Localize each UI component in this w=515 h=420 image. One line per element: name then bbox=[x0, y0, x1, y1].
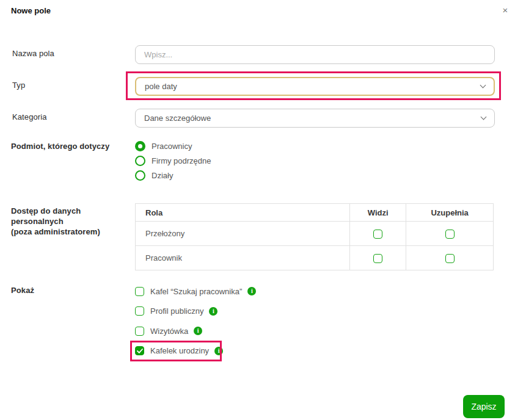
checkbox-label: Profil publiczny bbox=[150, 306, 203, 316]
role-cell: Przełożony bbox=[136, 222, 350, 246]
column-header-widzi: Widzi bbox=[350, 204, 406, 222]
info-icon[interactable]: i bbox=[214, 347, 223, 355]
radio-label: Firmy podrzędne bbox=[152, 156, 211, 165]
radio-unselected-icon[interactable] bbox=[135, 170, 145, 181]
close-icon[interactable]: × bbox=[499, 4, 512, 17]
column-header-role: Rola bbox=[136, 204, 350, 222]
field-label-type: Typ bbox=[12, 81, 25, 90]
radio-unselected-icon[interactable] bbox=[135, 156, 145, 166]
subject-label: Podmiot, którego dotyczy bbox=[11, 142, 109, 151]
radio-label: Działy bbox=[152, 171, 173, 180]
table-row: Pracownik bbox=[136, 246, 494, 270]
checkbox-label: Wizytówka bbox=[150, 327, 188, 336]
checkbox-pracownik-widzi[interactable] bbox=[373, 254, 382, 263]
radio-option-firmy-podrzedne[interactable]: Firmy podrzędne bbox=[135, 156, 211, 166]
radio-option-pracownicy[interactable]: Pracownicy bbox=[135, 141, 211, 151]
access-label-line2: (poza administratorem) bbox=[11, 226, 130, 237]
checkbox-pracownik-uzupelnia[interactable] bbox=[445, 254, 455, 263]
show-option-kafelek-urodziny[interactable]: Kafelek urodziny i bbox=[135, 346, 256, 356]
field-name-input[interactable] bbox=[135, 45, 495, 64]
dialog-title: Nowe pole bbox=[11, 6, 51, 15]
checkbox-unchecked-icon[interactable] bbox=[135, 327, 144, 336]
show-label: Pokaż bbox=[11, 286, 34, 295]
checkbox-unchecked-icon[interactable] bbox=[135, 306, 144, 316]
field-label-category: Kategoria bbox=[12, 112, 47, 121]
access-label-line1: Dostęp do danych personalnych bbox=[11, 206, 130, 226]
type-select-value: pole daty bbox=[145, 82, 481, 91]
radio-selected-icon[interactable] bbox=[135, 141, 145, 151]
chevron-down-icon bbox=[480, 82, 486, 89]
radio-option-dzialy[interactable]: Działy bbox=[135, 170, 211, 181]
info-icon[interactable]: i bbox=[247, 287, 256, 295]
check-icon bbox=[137, 349, 143, 353]
table-row: Przełożony bbox=[136, 222, 494, 246]
save-button[interactable]: Zapisz bbox=[463, 395, 505, 418]
field-label-name: Nazwa pola bbox=[12, 49, 54, 58]
info-icon[interactable]: i bbox=[194, 327, 202, 335]
radio-label: Pracownicy bbox=[152, 142, 192, 151]
subject-radio-group: Pracownicy Firmy podrzędne Działy bbox=[135, 141, 211, 185]
column-header-uzupelnia: Uzupełnia bbox=[406, 204, 494, 222]
access-label: Dostęp do danych personalnych (poza admi… bbox=[11, 206, 130, 237]
checkbox-unchecked-icon[interactable] bbox=[135, 287, 144, 296]
type-select[interactable]: pole daty bbox=[135, 77, 495, 96]
show-option-profil-publiczny[interactable]: Profil publiczny i bbox=[135, 306, 256, 316]
show-option-wizytowka[interactable]: Wizytówka i bbox=[135, 326, 256, 336]
checkbox-label: Kafel “Szukaj pracownika” bbox=[150, 287, 242, 296]
table-header-row: Rola Widzi Uzupełnia bbox=[136, 204, 494, 222]
chevron-down-icon bbox=[481, 114, 487, 120]
role-cell: Pracownik bbox=[136, 246, 350, 270]
category-select[interactable]: Dane szczegółowe bbox=[135, 109, 495, 128]
checkbox-label: Kafelek urodziny bbox=[150, 346, 209, 355]
access-table: Rola Widzi Uzupełnia Przełożony Pracowni… bbox=[135, 203, 494, 270]
show-checkbox-group: Kafel “Szukaj pracownika” i Profil publi… bbox=[135, 286, 256, 366]
show-option-kafel-szukaj[interactable]: Kafel “Szukaj pracownika” i bbox=[135, 286, 256, 296]
info-icon[interactable]: i bbox=[209, 307, 217, 316]
checkbox-przelozony-uzupelnia[interactable] bbox=[445, 230, 455, 239]
category-select-value: Dane szczegółowe bbox=[144, 114, 481, 123]
checkbox-checked-icon[interactable] bbox=[135, 346, 144, 355]
checkbox-przelozony-widzi[interactable] bbox=[373, 230, 382, 239]
